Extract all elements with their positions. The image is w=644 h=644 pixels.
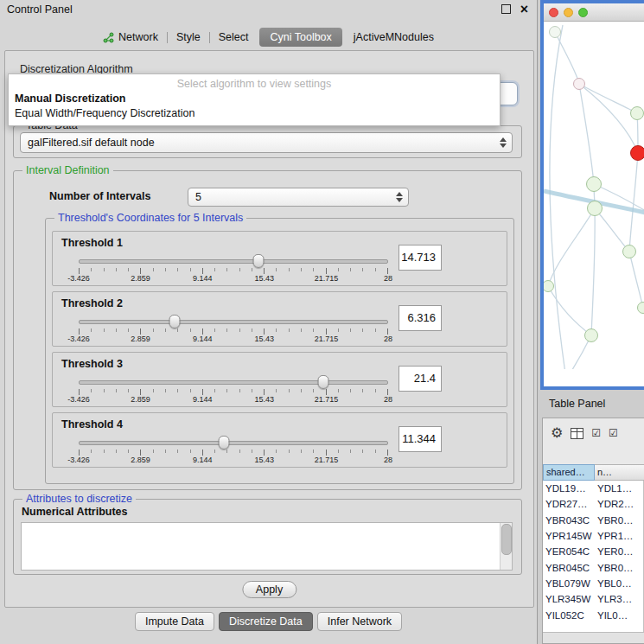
threshold-value-field[interactable]: 14.713 — [399, 245, 442, 271]
tab-network[interactable]: Network — [94, 28, 167, 47]
select-all-checkbox-icon[interactable]: ☑ — [591, 428, 601, 438]
slider-tick-label: 28 — [384, 456, 392, 464]
slider-tick-label: -3.426 — [67, 456, 90, 464]
threshold-slider[interactable]: -3.426 2.859 9.144 15.43 21.715 28 — [79, 256, 388, 285]
column-header-shared-name[interactable]: shared… — [543, 464, 595, 481]
table-row[interactable]: YBL079W YBL0… — [543, 576, 644, 591]
tab-style[interactable]: Style — [168, 28, 209, 47]
network-node[interactable] — [586, 176, 602, 192]
table-row[interactable]: YBR043C YBR0… — [543, 513, 644, 528]
table-row[interactable]: YDR27… YDR2… — [543, 496, 644, 512]
slider-thumb[interactable] — [317, 375, 328, 389]
select-column-checkbox-icon[interactable]: ☑ — [609, 428, 618, 438]
threshold-slider[interactable]: -3.426 2.859 9.144 15.43 21.715 28 — [79, 316, 388, 346]
dropdown-option-equal-width[interactable]: Equal Width/Frequency Discretization — [9, 106, 500, 121]
threshold-row: Threshold 4 -3.426 2.859 9.144 15.43 21.… — [52, 412, 507, 468]
table-panel-toolbar: ⚙ ☑ ☑ — [543, 418, 644, 448]
slider-tick-label: 9.144 — [193, 335, 213, 343]
number-of-intervals-label: Number of Intervals — [49, 190, 150, 202]
tab-infer-network[interactable]: Infer Network — [317, 612, 402, 631]
tab-discretize-data[interactable]: Discretize Data — [219, 612, 313, 631]
network-canvas[interactable] — [544, 22, 644, 369]
slider-track[interactable] — [79, 320, 388, 324]
control-panel-tab-bar: Network Style Select Cyni Toolbox jActiv… — [0, 28, 537, 47]
stepper-icon — [500, 137, 507, 148]
threshold-slider[interactable]: -3.426 2.859 9.144 15.43 21.715 28 — [79, 437, 388, 467]
threshold-label: Threshold 2 — [61, 297, 123, 309]
traffic-lights — [549, 8, 588, 17]
interval-definition-title: Interval Definition — [22, 164, 113, 176]
algorithm-dropdown-popup: Select algorithm to view settings Manual… — [8, 73, 501, 126]
network-node[interactable] — [549, 26, 561, 38]
table-panel-titlebar: Table Panel — [540, 390, 644, 418]
tab-select[interactable]: Select — [210, 28, 258, 47]
tab-network-label: Network — [118, 31, 158, 43]
slider-tick-label: -3.426 — [67, 335, 90, 343]
number-of-intervals-combobox[interactable]: 5 — [188, 188, 409, 207]
network-node[interactable] — [630, 106, 644, 120]
slider-track[interactable] — [79, 380, 388, 385]
network-edges — [544, 22, 644, 369]
tab-impute-data[interactable]: Impute Data — [135, 612, 214, 631]
float-window-icon[interactable] — [501, 4, 511, 14]
close-window-icon[interactable]: × — [520, 4, 528, 14]
slider-tick-label: 21.715 — [315, 335, 339, 343]
threshold-label: Threshold 4 — [61, 418, 123, 430]
network-node[interactable] — [630, 145, 644, 161]
threshold-coordinates-group: Threshold's Coordinates for 5 Intervals … — [45, 218, 514, 484]
threshold-slider[interactable]: -3.426 2.859 9.144 15.43 21.715 28 — [79, 377, 388, 406]
numerical-attributes-list[interactable] — [21, 522, 513, 571]
slider-track[interactable] — [79, 441, 388, 445]
slider-tick-label: 15.43 — [255, 456, 275, 464]
bottom-tab-bar: Impute Data Discretize Data Infer Networ… — [0, 612, 537, 631]
number-of-intervals-value: 5 — [195, 191, 201, 203]
table-row[interactable]: YLR345W YLR3… — [543, 591, 644, 607]
slider-thumb[interactable] — [219, 436, 230, 450]
column-layout-icon[interactable] — [571, 428, 583, 439]
table-row[interactable]: YBR045C YBR0… — [543, 559, 644, 575]
tab-jactivemnodules[interactable]: jActiveMNodules — [345, 28, 443, 47]
close-traffic-light-icon[interactable] — [549, 8, 558, 17]
slider-track[interactable] — [79, 259, 388, 264]
slider-tick-label: -3.426 — [67, 274, 90, 283]
slider-tick-label: 15.43 — [255, 335, 275, 343]
table-row[interactable]: YDL19… YDL1… — [543, 481, 644, 496]
zoom-traffic-light-icon[interactable] — [578, 8, 588, 17]
network-window-titlebar[interactable] — [544, 3, 644, 22]
network-node[interactable] — [584, 328, 598, 342]
table-row[interactable]: YER054C YER0… — [543, 544, 644, 559]
slider-thumb[interactable] — [169, 315, 180, 328]
slider-tick-label: 2.859 — [131, 456, 150, 464]
network-node[interactable] — [622, 245, 636, 258]
threshold-value-field[interactable]: 11.344 — [399, 426, 442, 452]
table-row[interactable]: YPR145W YPR1… — [543, 528, 644, 544]
interval-definition-group: Interval Definition Number of Intervals … — [13, 170, 522, 490]
column-header-name[interactable]: n… — [595, 464, 644, 481]
threshold-value-field[interactable]: 21.4 — [399, 366, 442, 392]
attributes-list-scrollbar[interactable] — [500, 523, 512, 570]
network-node[interactable] — [573, 78, 585, 90]
slider-thumb[interactable] — [252, 254, 264, 268]
dropdown-placeholder-option[interactable]: Select algorithm to view settings — [9, 74, 500, 92]
network-node[interactable] — [587, 201, 603, 216]
network-view-window[interactable] — [540, 0, 644, 390]
slider-tick-label: 28 — [384, 395, 392, 404]
minimize-traffic-light-icon[interactable] — [564, 8, 573, 17]
threshold-label: Threshold 3 — [61, 358, 123, 370]
stepper-icon — [396, 192, 403, 202]
settings-gear-icon[interactable]: ⚙ — [551, 426, 563, 440]
table-row[interactable]: YIL052C YIL0… — [543, 607, 644, 622]
table-horizontal-scrollbar[interactable] — [543, 632, 644, 643]
right-panel: Table Panel ⚙ ☑ ☑ shared… n… YDL19… YDL1… — [540, 0, 644, 644]
apply-button[interactable]: Apply — [242, 581, 296, 598]
dropdown-option-manual-discretization[interactable]: Manual Discretization — [9, 92, 500, 106]
table-data-combobox[interactable]: galFiltered.sif default node — [20, 132, 513, 153]
slider-major-ticks — [79, 389, 388, 395]
network-node[interactable] — [637, 302, 644, 314]
threshold-value-field[interactable]: 6.316 — [399, 305, 442, 331]
table-header-row: shared… n… — [543, 464, 644, 481]
tab-cyni-toolbox[interactable]: Cyni Toolbox — [259, 28, 341, 47]
control-panel-titlebar[interactable]: Control Panel × — [0, 0, 537, 21]
slider-major-ticks — [79, 450, 388, 456]
attributes-group-title: Attributes to discretize — [22, 493, 136, 505]
